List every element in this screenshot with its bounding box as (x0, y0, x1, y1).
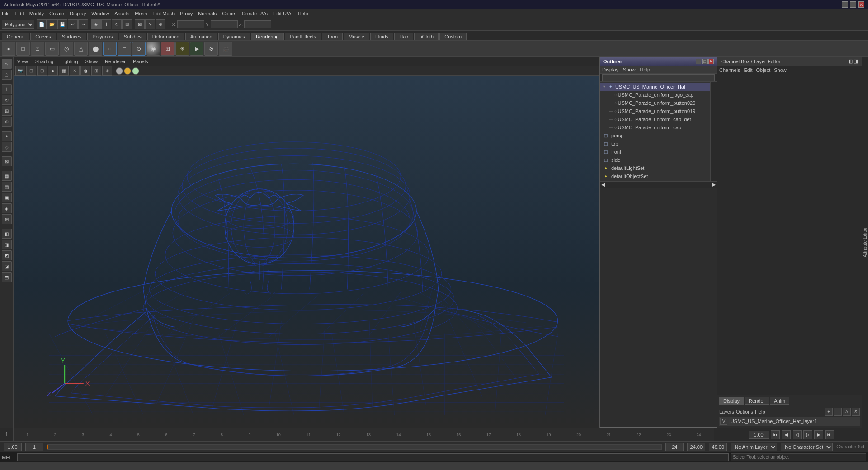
play-forward-btn[interactable]: ▷ (803, 430, 812, 439)
menu-proxy[interactable]: Proxy (180, 11, 193, 16)
shelf-tab-custom[interactable]: Custom (439, 33, 467, 40)
vp-shade-btn[interactable]: ● (48, 66, 58, 76)
go-to-start-btn[interactable]: ⏮ (771, 430, 780, 439)
shelf-icon-cylinder[interactable]: ⊡ (31, 42, 44, 56)
close-button[interactable]: ✕ (858, 1, 864, 8)
hypershade-btn[interactable]: ◈ (2, 203, 12, 213)
tree-item-side[interactable]: ◫ side (600, 156, 710, 164)
shelf-tab-curves[interactable]: Curves (30, 33, 56, 40)
tree-item-cap[interactable]: — ○ USMC_Parade_uniform_cap (600, 123, 710, 132)
vp-iso-btn[interactable]: ⊟ (26, 66, 36, 76)
shelf-tab-muscle[interactable]: Muscle (344, 33, 369, 40)
channel-box-icon1[interactable]: ◧ (848, 58, 853, 64)
menu-normals[interactable]: Normals (198, 11, 217, 16)
snap-point[interactable]: ⊕ (156, 19, 165, 29)
viewport-menu-view[interactable]: View (17, 59, 28, 64)
select-mode-btn[interactable]: ↖ (2, 59, 12, 69)
shelf-tab-subdivs[interactable]: Subdivs (119, 33, 146, 40)
current-frame-input[interactable] (749, 431, 769, 439)
anim-layer-select[interactable]: No Anim Layer (731, 443, 777, 451)
shelf-icon-plane[interactable]: ▭ (45, 42, 59, 56)
viewport-menu-shading[interactable]: Shading (35, 59, 53, 64)
outliner-minimize-btn[interactable]: _ (696, 59, 701, 64)
shelf-tab-animation[interactable]: Animation (185, 33, 217, 40)
move-btn[interactable]: ✛ (2, 84, 12, 94)
new-scene-button[interactable]: 📄 (37, 19, 47, 29)
menu-create-uvs[interactable]: Create UVs (242, 11, 268, 16)
tree-item-default-light-set[interactable]: ● defaultLightSet (600, 164, 710, 172)
outliner-close-btn[interactable]: ✕ (708, 59, 714, 64)
rotate-tool[interactable]: ↻ (112, 19, 122, 29)
step-back-btn[interactable]: ◀ (782, 430, 791, 439)
sub-tab-layers[interactable]: Layers (719, 409, 734, 414)
quality-med[interactable] (124, 67, 131, 75)
tool1[interactable]: ◧ (2, 229, 12, 239)
uv-btn[interactable]: ⊞ (2, 214, 12, 224)
menu-colors[interactable]: Colors (222, 11, 236, 16)
shelf-icon-material[interactable]: ◉ (146, 42, 160, 56)
layer-btn-delete[interactable]: - (834, 408, 842, 416)
snap-grid[interactable]: ⊠ (135, 19, 145, 29)
tab-show[interactable]: Show (774, 67, 787, 73)
outliner-scroll-right[interactable]: ▶ (712, 182, 716, 188)
range-total-frames[interactable] (687, 443, 705, 451)
viewport-menu-show[interactable]: Show (85, 59, 98, 64)
shelf-tab-ncloth[interactable]: nCloth (414, 33, 439, 40)
vp-light-btn[interactable]: ☀ (70, 66, 80, 76)
outliner-scrollbar[interactable] (710, 82, 717, 181)
range-slider-thumb[interactable] (47, 445, 48, 449)
viewport-menu-panels[interactable]: Panels (133, 59, 148, 64)
snap-curve[interactable]: ∿ (145, 19, 155, 29)
outliner-search-input[interactable] (602, 74, 715, 81)
tree-item-persp[interactable]: ◫ persp (600, 132, 710, 140)
tree-item-default-object-set[interactable]: ● defaultObjectSet (600, 172, 710, 180)
scale-tool[interactable]: ⊞ (122, 19, 132, 29)
timeline-ruler[interactable]: 1 2 3 4 5 6 7 8 9 10 11 12 13 14 15 16 1… (14, 428, 714, 441)
layer-btn-attr[interactable]: A (843, 408, 851, 416)
outliner-window-controls[interactable]: _ □ ✕ (696, 59, 714, 64)
layer-btn-solo[interactable]: S (852, 408, 860, 416)
show-manip-btn[interactable]: ⊠ (2, 156, 12, 166)
scale-btn[interactable]: ⊞ (2, 106, 12, 116)
channel-box-icon2[interactable]: ◨ (854, 58, 858, 64)
range-start-frame[interactable] (4, 443, 22, 451)
shelf-icon-cone[interactable]: △ (74, 42, 88, 56)
x-coord[interactable] (177, 20, 204, 28)
undo-button[interactable]: ↩ (68, 19, 78, 29)
menu-create[interactable]: Create (49, 11, 64, 16)
range-end-total[interactable] (709, 443, 727, 451)
shelf-icon-camera[interactable]: 🎥 (219, 42, 232, 56)
tree-item-logo-cap[interactable]: — ○ USMC_Parade_uniform_logo_cap (600, 91, 710, 99)
vp-hud-btn[interactable]: ⊕ (102, 66, 112, 76)
menu-display[interactable]: Display (70, 11, 86, 16)
character-set-select[interactable]: No Character Set (781, 443, 833, 451)
layers-btn[interactable]: ▦ (2, 171, 12, 181)
outliner-restore-btn[interactable]: □ (702, 59, 708, 64)
shelf-tab-polygons[interactable]: Polygons (87, 33, 118, 40)
menu-modify[interactable]: Modify (29, 11, 44, 16)
shelf-tab-deformation[interactable]: Deformation (147, 33, 184, 40)
outliner-scroll-left[interactable]: ◀ (601, 182, 605, 188)
shelf-tab-dynamics[interactable]: Dynamics (218, 33, 250, 40)
shelf-icon-light[interactable]: ☀ (175, 42, 189, 56)
shelf-tab-toon[interactable]: Toon (322, 33, 343, 40)
range-end-frame[interactable] (665, 443, 684, 451)
viewport[interactable]: View Shading Lighting Show Renderer Pane… (14, 57, 599, 428)
tree-item-button020[interactable]: — ○ USMC_Parade_uniform_button020 (600, 99, 710, 107)
vp-wire-btn[interactable]: ⊡ (37, 66, 47, 76)
shelf-tab-rendering[interactable]: Rendering (251, 33, 284, 40)
tool3[interactable]: ◩ (2, 250, 12, 260)
menu-file[interactable]: File (2, 11, 10, 16)
channel-box-controls[interactable]: ◧ ◨ (848, 58, 858, 64)
shelf-tab-painteffects[interactable]: PaintEffects (285, 33, 321, 40)
open-scene-button[interactable]: 📂 (47, 19, 57, 29)
vp-grid-btn[interactable]: ⊞ (91, 66, 101, 76)
layer-tab-anim[interactable]: Anim (770, 397, 789, 405)
redo-button[interactable]: ↪ (78, 19, 88, 29)
tree-item-front[interactable]: ◫ front (600, 148, 710, 156)
play-back-btn[interactable]: ◁ (793, 430, 802, 439)
vp-tex-btn[interactable]: ▦ (59, 66, 69, 76)
shelf-icon-batch-render[interactable]: ⚙ (204, 42, 218, 56)
shelf-icon-nurbs-cyl[interactable]: ⊙ (132, 42, 146, 56)
maximize-button[interactable]: □ (850, 1, 856, 8)
